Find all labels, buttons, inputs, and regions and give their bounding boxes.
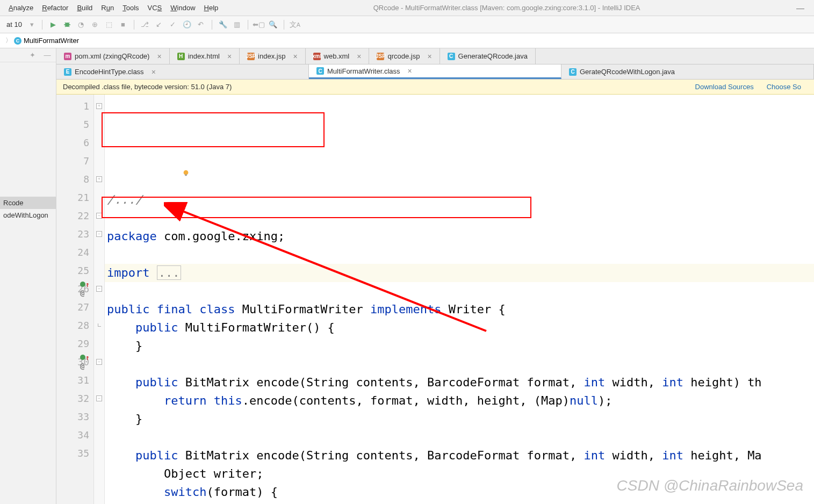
code-area[interactable]: 15678212223242526↑ @27282930↑ @313233343…: [56, 95, 814, 504]
fold-gutter: ++−−−−−: [94, 95, 105, 504]
code-line[interactable]: case EAN_8:: [105, 501, 814, 504]
code-line[interactable]: [105, 428, 814, 447]
code-line[interactable]: Object writer;: [105, 465, 814, 483]
fold-marker[interactable]: −: [94, 279, 104, 298]
intention-bulb-icon[interactable]: [111, 153, 119, 160]
code-line[interactable]: [105, 209, 814, 227]
fold-marker[interactable]: [94, 133, 104, 152]
back-icon[interactable]: ⬅▢: [254, 19, 264, 30]
git-history-icon[interactable]: 🕘: [182, 19, 192, 30]
fold-marker[interactable]: [94, 298, 104, 316]
file-tab[interactable]: xmlweb.xml×: [306, 48, 370, 64]
fold-marker[interactable]: [94, 152, 104, 170]
git-commit-icon[interactable]: ✓: [168, 19, 178, 30]
fold-marker[interactable]: +: [94, 97, 104, 115]
debug-icon[interactable]: [62, 19, 73, 30]
sidebar-item[interactable]: Rcode: [0, 197, 56, 209]
tab-close-icon[interactable]: ×: [423, 53, 431, 60]
tab-close-icon[interactable]: ×: [153, 53, 161, 60]
sidebar-item[interactable]: odeWithLogon: [0, 209, 56, 221]
code-line[interactable]: }: [105, 410, 814, 428]
file-tab[interactable]: CMultiFormatWriter.class×: [309, 64, 561, 79]
code-line[interactable]: package com.google.zxing;: [105, 227, 814, 246]
git-rollback-icon[interactable]: ↶: [196, 19, 206, 30]
minimize-button[interactable]: —: [791, 3, 810, 12]
fold-marker[interactable]: −: [94, 206, 104, 225]
gutter-override-icon[interactable]: ↑ @: [80, 280, 93, 297]
file-tab[interactable]: EEncodeHintType.class×: [56, 64, 309, 79]
code-line[interactable]: switch(format) {: [105, 483, 814, 501]
tab-close-icon[interactable]: ×: [352, 53, 361, 60]
file-tab[interactable]: CGerateQRcodeWithLogon.java: [561, 64, 814, 79]
tab-label: EncodeHintType.class: [75, 68, 144, 76]
fold-marker[interactable]: [94, 426, 104, 444]
code-line[interactable]: [105, 282, 814, 300]
menu-item[interactable]: Refactor: [38, 2, 73, 14]
file-type-icon: JSP: [377, 53, 384, 60]
code-line[interactable]: [105, 355, 814, 373]
git-update-icon[interactable]: ↙: [154, 19, 164, 30]
code-line[interactable]: import ...: [105, 264, 814, 282]
settings-icon[interactable]: 🔧: [218, 19, 228, 30]
profile-icon[interactable]: ⊕: [90, 19, 100, 30]
code-line[interactable]: [105, 246, 814, 264]
file-type-icon: JSP: [247, 53, 255, 60]
fold-marker[interactable]: −: [94, 225, 104, 243]
fold-marker[interactable]: [94, 444, 104, 462]
coverage-icon[interactable]: ◔: [76, 19, 87, 30]
code-line[interactable]: return this.encode(contents, format, wid…: [105, 392, 814, 410]
menu-item[interactable]: Tools: [118, 2, 143, 14]
fold-marker[interactable]: [94, 243, 104, 261]
run-icon[interactable]: ▶: [48, 19, 59, 30]
fold-marker[interactable]: [94, 261, 104, 279]
fold-marker[interactable]: [94, 188, 104, 206]
fold-marker[interactable]: −: [94, 352, 104, 371]
fold-marker[interactable]: [94, 407, 104, 426]
menu-item[interactable]: Window: [166, 2, 199, 14]
code-line[interactable]: public BitMatrix encode(String contents,…: [105, 447, 814, 465]
code-content[interactable]: /.../package com.google.zxing;import ...…: [105, 95, 814, 504]
tab-close-icon[interactable]: ×: [147, 68, 156, 76]
menu-item[interactable]: Help: [200, 2, 223, 14]
sidebar-collapse-icon[interactable]: —: [42, 50, 53, 61]
fold-marker[interactable]: [94, 316, 104, 334]
choose-sources-link[interactable]: Choose So: [760, 83, 808, 91]
fold-marker[interactable]: [94, 334, 104, 352]
decompiled-banner: Decompiled .class file, bytecode version…: [56, 80, 814, 95]
file-tab[interactable]: mpom.xml (zxingQRcode)×: [56, 48, 170, 64]
file-tab[interactable]: CGenerateQRcode.java: [440, 48, 536, 64]
file-tab[interactable]: JSPqrcode.jsp×: [369, 48, 440, 64]
tab-close-icon[interactable]: ×: [223, 53, 232, 60]
run-config-selector[interactable]: at 10: [4, 19, 25, 30]
run-config-dropdown-icon[interactable]: ▾: [28, 19, 37, 30]
code-line[interactable]: public MultiFormatWriter() {: [105, 319, 814, 337]
fold-marker[interactable]: [94, 115, 104, 133]
menu-item[interactable]: Build: [73, 2, 97, 14]
fold-marker[interactable]: [94, 371, 104, 389]
project-structure-icon[interactable]: ▥: [232, 19, 242, 30]
translate-icon[interactable]: 文A: [290, 19, 300, 30]
search-icon[interactable]: 🔍: [268, 19, 278, 30]
menu-item[interactable]: Run: [97, 2, 118, 14]
file-tab[interactable]: JSPindex.jsp×: [240, 48, 306, 64]
stop-icon[interactable]: ■: [118, 19, 128, 30]
code-line[interactable]: public final class MultiFormatWriter imp…: [105, 300, 814, 319]
tab-close-icon[interactable]: ×: [289, 53, 297, 60]
code-line[interactable]: public BitMatrix encode(String contents,…: [105, 373, 814, 392]
download-sources-link[interactable]: Download Sources: [689, 83, 760, 91]
code-line[interactable]: /.../: [105, 191, 814, 209]
fold-marker[interactable]: +: [94, 170, 104, 188]
file-tab[interactable]: Hindex.html×: [170, 48, 240, 64]
breadcrumb-text: MultiFormatWriter: [24, 37, 79, 45]
gutter-override-icon[interactable]: ↑ @: [80, 354, 93, 370]
git-branch-icon[interactable]: ⎇: [140, 19, 150, 30]
code-line[interactable]: }: [105, 337, 814, 355]
stop-gutter-icon[interactable]: ⬚: [104, 19, 114, 30]
line-number: 31: [56, 371, 93, 389]
fold-marker[interactable]: −: [94, 389, 104, 407]
tab-close-icon[interactable]: ×: [404, 67, 412, 75]
sidebar-settings-icon[interactable]: ✦: [27, 50, 38, 61]
menu-item[interactable]: VCS: [143, 2, 167, 14]
menu-item[interactable]: Analyze: [4, 2, 38, 14]
breadcrumb-item[interactable]: C MultiFormatWriter: [14, 37, 79, 45]
